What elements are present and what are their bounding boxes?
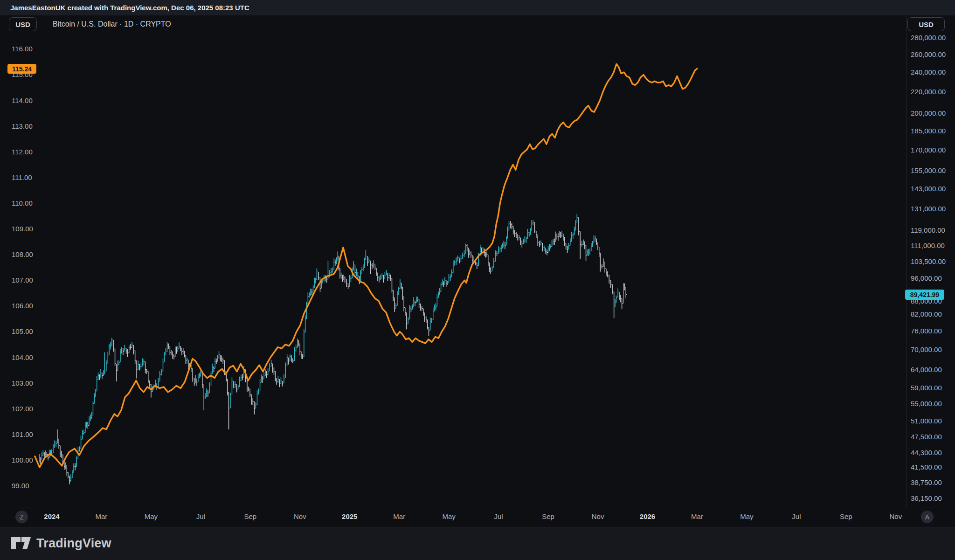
btc-bar — [186, 356, 187, 364]
btc-bar-close-tick — [240, 380, 241, 380]
btc-bar — [291, 355, 292, 362]
btc-bar-close-tick — [558, 237, 559, 237]
btc-bar-close-tick — [458, 257, 459, 258]
btc-bar-close-tick — [341, 275, 342, 275]
btc-bar — [228, 393, 229, 429]
btc-bar — [76, 456, 77, 467]
btc-bar-close-tick — [606, 273, 607, 273]
btc-bar — [216, 359, 217, 364]
btc-bar-close-tick — [511, 224, 512, 225]
btc-bar-close-tick — [498, 250, 499, 250]
left-axis-tick-label: 100.00 — [12, 456, 33, 464]
btc-bar-close-tick — [229, 408, 230, 408]
left-axis-tick-label: 111.00 — [12, 174, 32, 181]
btc-bar-close-tick — [213, 367, 214, 367]
btc-bar-close-tick — [459, 261, 460, 262]
btc-bar — [65, 463, 66, 470]
btc-bar — [587, 249, 588, 256]
btc-bar-close-tick — [405, 312, 406, 313]
btc-bar — [339, 268, 340, 279]
btc-bar-close-tick — [557, 236, 558, 236]
btc-bar-close-tick — [298, 341, 298, 341]
btc-bar — [118, 360, 118, 370]
btc-bar — [400, 279, 401, 289]
btc-bar-close-tick — [576, 222, 577, 222]
btc-bar — [566, 243, 567, 250]
btc-bar — [583, 240, 584, 245]
btc-bar — [163, 359, 164, 372]
btc-bar-close-tick — [88, 425, 89, 426]
btc-bar-close-tick — [109, 346, 110, 346]
btc-bar-close-tick — [41, 460, 42, 460]
btc-bar-close-tick — [437, 297, 438, 298]
btc-bar-close-tick — [321, 282, 322, 283]
btc-bar-close-tick — [536, 235, 537, 235]
btc-bar — [242, 374, 243, 380]
btc-bar-close-tick — [579, 231, 580, 232]
btc-bar — [233, 381, 234, 388]
btc-bar-close-tick — [486, 254, 487, 255]
btc-bar-close-tick — [78, 451, 79, 451]
btc-bar — [279, 379, 280, 387]
btc-bar-close-tick — [221, 359, 222, 360]
btc-bar-close-tick — [309, 294, 310, 295]
btc-bar — [151, 384, 152, 397]
btc-bar-close-tick — [603, 262, 604, 262]
btc-bar-close-tick — [494, 262, 495, 262]
btc-bar-close-tick — [611, 284, 612, 284]
btc-bar — [298, 340, 299, 346]
btc-bar — [375, 264, 376, 270]
btc-bar — [615, 299, 616, 307]
btc-bar-close-tick — [230, 394, 231, 395]
btc-bar-close-tick — [570, 242, 571, 242]
btc-bar-close-tick — [461, 258, 462, 258]
btc-bar-close-tick — [304, 332, 305, 332]
btc-bar-close-tick — [264, 376, 265, 376]
btc-bar-close-tick — [67, 472, 68, 473]
btc-bar-close-tick — [367, 262, 368, 263]
btc-bar-close-tick — [312, 292, 313, 292]
btc-bar-close-tick — [205, 397, 206, 397]
btc-bar-close-tick — [623, 285, 624, 286]
btc-bar — [135, 351, 136, 364]
btc-bar-close-tick — [84, 432, 85, 433]
btc-bar-close-tick — [53, 446, 54, 446]
btc-bar — [390, 275, 391, 281]
btc-bar-close-tick — [198, 377, 199, 378]
btc-bar-close-tick — [573, 235, 574, 235]
btc-bar-close-tick — [506, 238, 507, 239]
btc-bar — [263, 372, 264, 379]
btc-bar — [220, 355, 221, 361]
btc-bar — [622, 298, 623, 309]
auto-scale-button[interactable]: A — [921, 511, 934, 523]
right-axis-tick-label: 240,000.00 — [911, 69, 946, 76]
btc-bar — [171, 350, 172, 355]
btc-bar — [575, 220, 576, 230]
left-axis-tick-label: 106.00 — [12, 302, 33, 310]
btc-bar — [469, 249, 470, 255]
right-axis-tick-label: 119,000.00 — [911, 227, 945, 234]
btc-bar-close-tick — [139, 366, 140, 367]
btc-bar-close-tick — [131, 347, 131, 348]
timezone-button[interactable]: Z — [15, 511, 28, 523]
btc-bar — [258, 388, 259, 394]
btc-bar-close-tick — [369, 260, 370, 261]
btc-bar-close-tick — [358, 276, 359, 277]
btc-bar-close-tick — [598, 247, 599, 247]
btc-bar — [434, 304, 435, 311]
price-chart-plot[interactable] — [0, 0, 955, 560]
btc-bar — [381, 273, 382, 278]
btc-bar — [394, 297, 395, 312]
btc-bar-close-tick — [331, 271, 332, 272]
btc-bar-close-tick — [389, 275, 390, 276]
btc-bar-close-tick — [492, 268, 493, 268]
btc-bar — [430, 318, 431, 330]
btc-bar — [58, 439, 59, 449]
btc-bar — [368, 257, 369, 263]
btc-bar-close-tick — [197, 382, 198, 382]
right-axis-tick-label: 220,000.00 — [911, 88, 946, 96]
btc-bar-close-tick — [587, 253, 588, 253]
btc-bar — [212, 364, 213, 374]
left-axis-tick-label: 113.00 — [12, 123, 33, 130]
btc-bar-close-tick — [260, 382, 261, 383]
